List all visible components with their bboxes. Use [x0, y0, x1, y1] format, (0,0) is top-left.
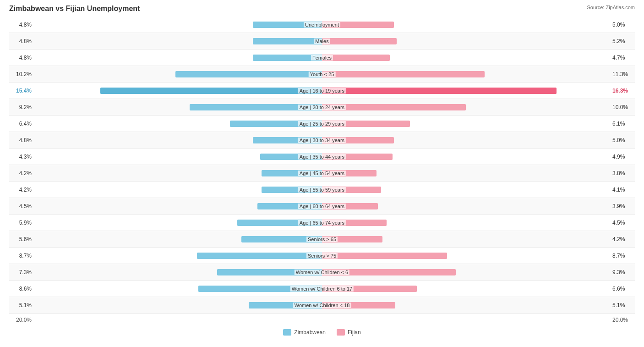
bars-area: Males	[34, 35, 610, 47]
left-value: 15.4%	[9, 88, 34, 94]
bar-fijian	[322, 220, 387, 226]
right-value: 4.7%	[610, 55, 635, 61]
bar-zimbabwean	[262, 170, 322, 176]
bar-fijian	[322, 236, 382, 242]
bar-zimbabwean	[241, 236, 322, 242]
bar-fijian	[322, 302, 395, 308]
right-value: 4.1%	[610, 187, 635, 193]
bar-zimbabwean	[262, 187, 322, 193]
chart-row: 8.6%Women w/ Children 6 to 176.6%	[9, 281, 635, 297]
bar-fijian	[322, 88, 557, 94]
bar-zimbabwean	[217, 269, 322, 275]
legend-item-fijian: Fijian	[337, 329, 361, 336]
chart-row: 9.2%Age | 20 to 24 years10.0%	[9, 99, 635, 116]
bar-fijian	[322, 22, 394, 28]
left-value: 8.6%	[9, 286, 34, 292]
left-value: 5.6%	[9, 236, 34, 242]
left-value: 4.3%	[9, 154, 34, 160]
bar-zimbabwean	[197, 253, 322, 259]
right-value: 6.1%	[610, 121, 635, 127]
bar-fijian	[322, 121, 410, 127]
axis-row: 20.0% 20.0%	[9, 314, 635, 326]
bar-fijian	[322, 187, 381, 193]
bars-area: Women w/ Children 6 to 17	[34, 283, 610, 295]
legend-box-zimbabwean	[283, 329, 291, 336]
bar-fijian	[322, 55, 390, 61]
legend-item-zimbabwean: Zimbabwean	[283, 329, 326, 336]
bar-zimbabwean	[260, 154, 322, 160]
bars-area: Age | 35 to 44 years	[34, 151, 610, 163]
bars-area: Unemployment	[34, 19, 610, 31]
chart-row: 5.6%Seniors > 654.2%	[9, 231, 635, 248]
legend-label-fijian: Fijian	[348, 329, 361, 336]
right-value: 3.8%	[610, 170, 635, 176]
bars-area: Age | 20 to 24 years	[34, 101, 610, 113]
bars-area: Youth < 25	[34, 68, 610, 80]
left-value: 5.9%	[9, 220, 34, 226]
bar-fijian	[322, 170, 377, 176]
left-value: 4.8%	[9, 38, 34, 44]
bars-area: Women w/ Children < 6	[34, 266, 610, 278]
right-value: 6.6%	[610, 286, 635, 292]
chart-row: 4.3%Age | 35 to 44 years4.9%	[9, 149, 635, 165]
bar-zimbabwean	[190, 104, 322, 110]
bar-zimbabwean	[237, 220, 322, 226]
bars-area: Women w/ Children < 18	[34, 299, 610, 311]
bar-fijian	[322, 104, 466, 110]
chart-row: 4.2%Age | 55 to 59 years4.1%	[9, 182, 635, 198]
bars-area: Age | 16 to 19 years	[34, 85, 610, 97]
legend-box-fijian	[337, 329, 345, 336]
bar-zimbabwean	[100, 88, 322, 94]
bars-area: Age | 65 to 74 years	[34, 217, 610, 229]
chart-source: Source: ZipAtlas.com	[587, 5, 635, 10]
chart-row: 5.1%Women w/ Children < 185.1%	[9, 297, 635, 314]
right-value: 4.9%	[610, 154, 635, 160]
chart-row: 4.2%Age | 45 to 54 years3.8%	[9, 165, 635, 182]
right-value: 4.5%	[610, 220, 635, 226]
right-value: 16.3%	[610, 88, 635, 94]
bar-zimbabwean	[253, 22, 322, 28]
right-value: 5.0%	[610, 22, 635, 28]
page-wrapper: Zimbabwean vs Fijian Unemployment Source…	[9, 5, 635, 336]
right-value: 9.3%	[610, 269, 635, 275]
bar-fijian	[322, 137, 394, 143]
legend-label-zimbabwean: Zimbabwean	[294, 329, 326, 336]
left-value: 10.2%	[9, 71, 34, 77]
right-value: 5.1%	[610, 302, 635, 308]
chart-row: 7.3%Women w/ Children < 69.3%	[9, 264, 635, 281]
bar-zimbabwean	[198, 286, 322, 292]
bar-zimbabwean	[257, 203, 322, 209]
left-value: 4.8%	[9, 137, 34, 143]
bar-fijian	[322, 253, 447, 259]
left-value: 9.2%	[9, 104, 34, 110]
bars-area: Age | 55 to 59 years	[34, 184, 610, 196]
bar-fijian	[322, 286, 417, 292]
right-value: 3.9%	[610, 203, 635, 209]
bar-zimbabwean	[253, 55, 322, 61]
chart-row: 4.8%Age | 30 to 34 years5.0%	[9, 132, 635, 149]
bars-area: Age | 60 to 64 years	[34, 200, 610, 212]
chart-row: 4.8%Unemployment5.0%	[9, 17, 635, 33]
bars-area: Seniors > 65	[34, 233, 610, 245]
right-value: 8.7%	[610, 253, 635, 259]
bars-area: Age | 45 to 54 years	[34, 167, 610, 179]
chart-title: Zimbabwean vs Fijian Unemployment	[9, 5, 140, 13]
bar-fijian	[322, 154, 393, 160]
chart-row: 8.7%Seniors > 758.7%	[9, 248, 635, 264]
chart-row: 4.8%Females4.7%	[9, 50, 635, 66]
chart-container: 4.8%Unemployment5.0%4.8%Males5.2%4.8%Fem…	[9, 17, 635, 336]
chart-row: 4.5%Age | 60 to 64 years3.9%	[9, 198, 635, 215]
bars-area: Age | 30 to 34 years	[34, 134, 610, 146]
left-value: 4.8%	[9, 55, 34, 61]
bar-fijian	[322, 38, 397, 44]
right-value: 11.3%	[610, 71, 635, 77]
axis-left-label: 20.0%	[9, 317, 34, 323]
left-value: 4.8%	[9, 22, 34, 28]
bar-fijian	[322, 203, 378, 209]
right-value: 10.0%	[610, 104, 635, 110]
right-value: 4.2%	[610, 236, 635, 242]
bar-zimbabwean	[249, 302, 322, 308]
bar-zimbabwean	[175, 71, 322, 77]
chart-row: 4.8%Males5.2%	[9, 33, 635, 50]
chart-row: 10.2%Youth < 2511.3%	[9, 66, 635, 83]
